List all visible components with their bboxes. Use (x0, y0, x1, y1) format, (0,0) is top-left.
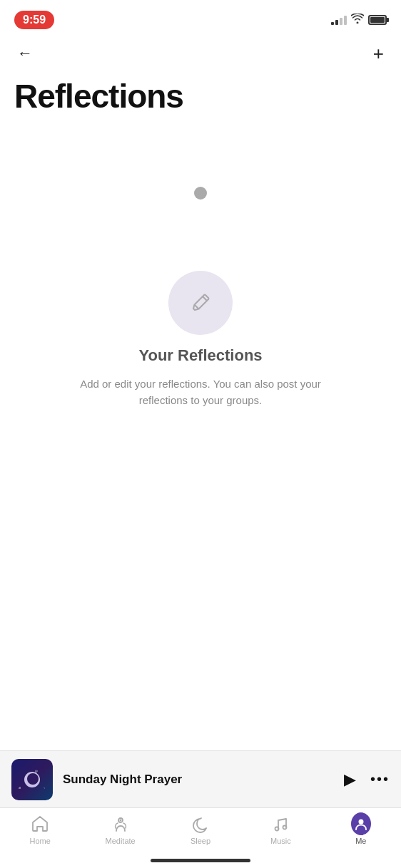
home-icon (30, 814, 50, 834)
status-time: 9:59 (14, 11, 54, 29)
now-playing-bar: Sunday Night Prayer ▶ ••• (0, 750, 401, 807)
tab-meditate[interactable]: Meditate (80, 814, 160, 845)
nav-header: ← + (0, 36, 401, 71)
meditate-icon (111, 814, 131, 834)
signal-icon (331, 15, 347, 25)
me-icon (351, 814, 371, 834)
empty-state-description: Add or edit your reflections. You can al… (79, 376, 322, 408)
wifi-icon (351, 14, 364, 26)
page-title: Reflections (14, 77, 387, 115)
svg-point-4 (358, 820, 363, 825)
sleep-icon (191, 814, 210, 834)
me-tab-label: Me (355, 837, 366, 845)
tab-home[interactable]: Home (0, 814, 80, 845)
tab-sleep[interactable]: Sleep (161, 814, 240, 845)
svg-point-1 (119, 820, 121, 822)
track-name: Sunday Night Prayer (63, 773, 334, 787)
back-button[interactable]: ← (14, 41, 36, 66)
empty-state-title: Your Reflections (138, 346, 262, 365)
home-indicator (151, 859, 250, 862)
tab-bar: Home Meditate Sleep (0, 807, 401, 868)
page-title-section: Reflections (0, 71, 401, 130)
pencil-icon (187, 289, 214, 316)
status-bar: 9:59 (0, 0, 401, 36)
svg-point-2 (275, 827, 279, 831)
album-art (11, 759, 53, 800)
sleep-tab-label: Sleep (191, 837, 210, 845)
tab-music[interactable]: Music (240, 814, 320, 845)
play-controls: ▶ ••• (344, 770, 390, 789)
more-options-button[interactable]: ••• (370, 771, 390, 787)
play-button[interactable]: ▶ (344, 770, 356, 789)
home-tab-label: Home (30, 837, 51, 845)
svg-point-3 (283, 826, 287, 830)
battery-icon (368, 15, 387, 25)
moon-icon (24, 772, 40, 787)
status-icons (331, 14, 387, 26)
pencil-circle-icon (168, 271, 233, 335)
main-content: Your Reflections Add or edit your reflec… (0, 130, 401, 614)
music-icon (270, 814, 290, 834)
empty-state: Your Reflections Add or edit your reflec… (79, 271, 322, 408)
tab-me[interactable]: Me (321, 814, 401, 845)
add-button[interactable]: + (370, 40, 387, 68)
music-tab-label: Music (270, 837, 291, 845)
meditate-tab-label: Meditate (106, 837, 136, 845)
scroll-indicator-dot (194, 187, 207, 200)
track-info: Sunday Night Prayer (63, 773, 334, 787)
